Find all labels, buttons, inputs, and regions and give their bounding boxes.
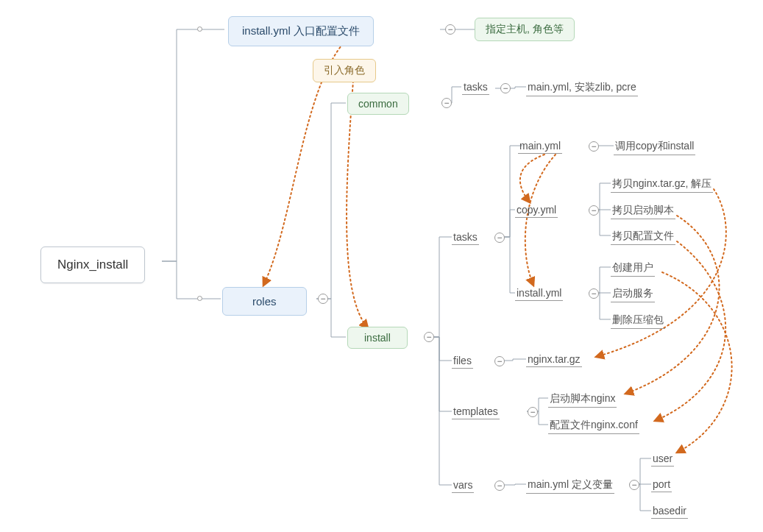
collapse-icon[interactable]: −	[441, 98, 452, 108]
vars-item-2[interactable]: basedir	[651, 503, 688, 519]
copy-yml-item-0[interactable]: 拷贝nginx.tar.gz, 解压	[611, 176, 713, 193]
collapse-icon[interactable]: −	[589, 141, 599, 152]
install-yml-item-1[interactable]: 启动服务	[611, 285, 655, 302]
roles-node[interactable]: roles	[222, 287, 307, 316]
collapse-icon[interactable]: −	[318, 294, 328, 304]
files-content-node[interactable]: nginx.tar.gz	[526, 352, 582, 367]
templates-node[interactable]: templates	[452, 404, 500, 419]
collapse-icon[interactable]: −	[589, 205, 599, 216]
collapse-icon[interactable]: −	[494, 233, 505, 243]
install-tasks-node[interactable]: tasks	[452, 230, 479, 245]
connector-dot-icon	[197, 296, 202, 301]
templates-item-0[interactable]: 启动脚本nginx	[548, 391, 617, 408]
tasks-copy-yml-node[interactable]: copy.yml	[515, 202, 558, 218]
common-tasks-content-node[interactable]: main.yml, 安装zlib, pcre	[526, 79, 638, 96]
root-node[interactable]: Nginx_install	[40, 247, 145, 283]
import-role-label: 引入角色	[324, 64, 365, 77]
collapse-icon[interactable]: −	[445, 24, 455, 35]
install-yml-entry-label: install.yml 入口配置文件	[242, 24, 360, 38]
tasks-main-yml-note-node[interactable]: 调用copy和install	[614, 138, 695, 155]
collapse-icon[interactable]: −	[500, 83, 511, 93]
tasks-main-yml-label: main.yml	[519, 140, 561, 152]
install-yml-note-node[interactable]: 指定主机, 角色等	[475, 18, 575, 41]
vars-node[interactable]: vars	[452, 478, 474, 493]
common-label: common	[358, 98, 398, 110]
templates-item-1[interactable]: 配置文件nginx.conf	[548, 417, 639, 434]
install-yml-item-2[interactable]: 删除压缩包	[611, 312, 665, 329]
tasks-install-yml-label: install.yml	[517, 287, 561, 299]
collapse-icon[interactable]: −	[494, 356, 505, 366]
install-yml-entry-node[interactable]: install.yml 入口配置文件	[228, 16, 374, 46]
files-content-label: nginx.tar.gz	[528, 353, 581, 365]
copy-yml-item-2[interactable]: 拷贝配置文件	[611, 228, 675, 245]
copy-yml-item-1[interactable]: 拷贝启动脚本	[611, 202, 675, 219]
vars-main-yml-node[interactable]: main.yml 定义变量	[526, 477, 614, 494]
install-yml-note-label: 指定主机, 角色等	[486, 23, 564, 36]
install-tasks-label: tasks	[453, 231, 478, 243]
install-node[interactable]: install	[347, 327, 408, 349]
tasks-install-yml-node[interactable]: install.yml	[515, 285, 563, 301]
files-label: files	[453, 355, 472, 366]
collapse-icon[interactable]: −	[494, 480, 505, 491]
collapse-icon[interactable]: −	[589, 288, 599, 299]
common-tasks-node[interactable]: tasks	[462, 79, 489, 95]
install-label: install	[364, 332, 391, 344]
vars-item-0[interactable]: user	[651, 451, 674, 467]
import-role-node[interactable]: 引入角色	[313, 59, 376, 82]
collapse-icon[interactable]: −	[424, 332, 434, 342]
connector-dot-icon	[197, 26, 202, 32]
tasks-main-yml-node[interactable]: main.yml	[518, 138, 562, 154]
root-label: Nginx_install	[57, 258, 128, 272]
vars-item-1[interactable]: port	[651, 477, 672, 492]
vars-main-yml-label: main.yml 定义变量	[528, 478, 613, 492]
collapse-icon[interactable]: −	[528, 407, 538, 417]
tasks-copy-yml-label: copy.yml	[517, 204, 556, 216]
templates-label: templates	[453, 405, 498, 417]
common-tasks-content-label: main.yml, 安装zlib, pcre	[528, 81, 636, 94]
tasks-main-yml-note-label: 调用copy和install	[615, 140, 694, 153]
collapse-icon[interactable]: −	[629, 480, 639, 490]
roles-label: roles	[252, 295, 277, 308]
vars-label: vars	[453, 479, 472, 491]
install-yml-item-0[interactable]: 创建用户	[611, 260, 655, 277]
common-node[interactable]: common	[347, 93, 409, 115]
files-node[interactable]: files	[452, 353, 473, 369]
common-tasks-label: tasks	[464, 81, 488, 93]
